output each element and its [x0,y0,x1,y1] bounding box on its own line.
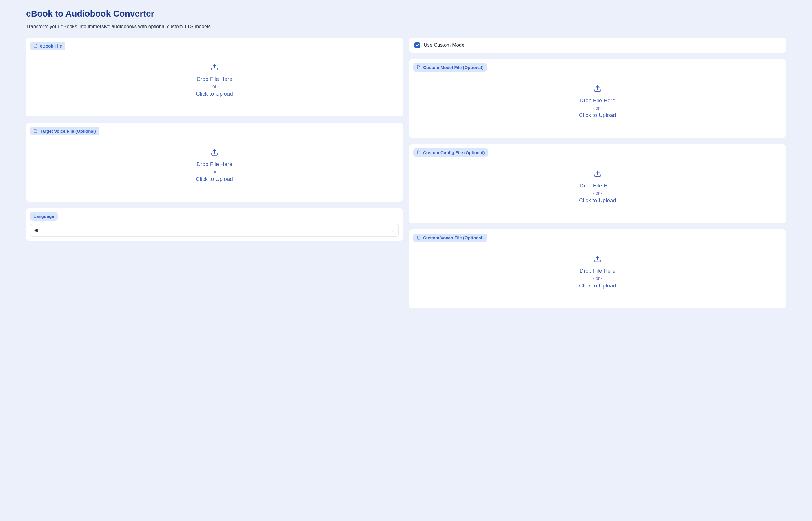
language-select[interactable]: en [30,224,399,237]
ebook-file-dropzone[interactable]: Drop File Here - or - Click to Upload [30,52,399,112]
chevron-down-icon [391,229,394,232]
custom-config-file-label: Custom Config File (Optional) [413,149,488,157]
drop-here-text: Drop File Here [580,182,615,190]
voice-file-label: Target Voice File (Optional) [30,127,99,135]
custom-config-file-card: Custom Config File (Optional) Drop File … [409,144,786,223]
ebook-file-label: eBook File [30,42,66,50]
custom-vocab-file-card: Custom Vocab File (Optional) Drop File H… [409,229,786,308]
ebook-file-card: eBook File Drop File Here - or - Click t… [26,38,403,116]
custom-model-checkbox-card: Use Custom Model [409,38,786,53]
upload-icon [594,170,601,178]
upload-icon [211,149,218,156]
file-icon [417,235,421,240]
drop-here-text: Drop File Here [197,160,232,168]
custom-vocab-file-label: Custom Vocab File (Optional) [413,233,487,242]
custom-model-checkbox-label: Use Custom Model [424,42,466,48]
drop-here-text: Drop File Here [580,96,615,105]
drop-or-text: - or - [209,169,219,175]
file-icon [33,44,38,48]
file-icon [417,65,421,70]
custom-model-file-dropzone[interactable]: Drop File Here - or - Click to Upload [413,73,782,134]
language-card: Language en [26,208,403,241]
file-icon [33,129,38,134]
custom-model-file-label-text: Custom Model File (Optional) [423,65,483,70]
left-column: eBook File Drop File Here - or - Click t… [26,38,403,308]
custom-config-file-label-text: Custom Config File (Optional) [423,150,484,155]
drop-or-text: - or - [209,84,219,89]
voice-file-label-text: Target Voice File (Optional) [40,129,96,134]
page-subtitle: Transform your eBooks into immersive aud… [26,24,786,29]
click-upload-text: Click to Upload [196,175,233,183]
right-column: Use Custom Model Custom Model File (Opti… [409,38,786,308]
custom-model-file-label: Custom Model File (Optional) [413,63,487,72]
ebook-file-label-text: eBook File [40,43,62,48]
click-upload-text: Click to Upload [196,90,233,98]
custom-model-file-card: Custom Model File (Optional) Drop File H… [409,59,786,138]
voice-file-card: Target Voice File (Optional) Drop File H… [26,123,403,202]
custom-config-file-dropzone[interactable]: Drop File Here - or - Click to Upload [413,159,782,219]
drop-here-text: Drop File Here [197,75,232,84]
drop-or-text: - or - [593,106,603,111]
upload-icon [594,255,601,263]
page-title: eBook to Audiobook Converter [26,9,786,19]
language-value: en [35,228,40,233]
click-upload-text: Click to Upload [579,111,616,120]
custom-vocab-file-dropzone[interactable]: Drop File Here - or - Click to Upload [413,244,782,304]
language-label: Language [30,212,58,221]
upload-icon [594,85,601,92]
click-upload-text: Click to Upload [579,282,616,290]
drop-or-text: - or - [593,276,603,281]
custom-vocab-file-label-text: Custom Vocab File (Optional) [423,235,484,240]
file-icon [417,151,421,155]
voice-file-dropzone[interactable]: Drop File Here - or - Click to Upload [30,137,399,198]
upload-icon [211,64,218,71]
drop-or-text: - or - [593,191,603,196]
click-upload-text: Click to Upload [579,197,616,205]
custom-model-checkbox[interactable] [414,42,420,48]
drop-here-text: Drop File Here [580,267,615,275]
